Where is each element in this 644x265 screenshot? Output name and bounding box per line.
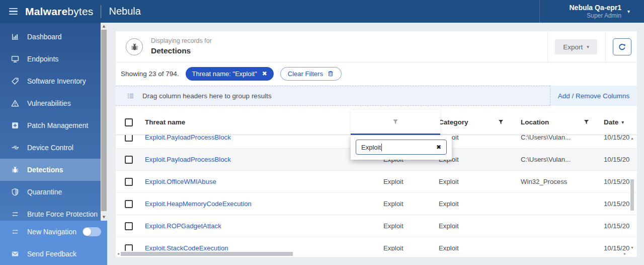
remove-filter-icon[interactable]: ✖ <box>262 70 267 77</box>
chevron-down-icon: ▾ <box>587 44 589 49</box>
column-header-location[interactable]: Location <box>511 118 596 126</box>
sidebar-item-dashboard[interactable]: Dashboard <box>0 26 101 48</box>
column-header-date[interactable]: Date ▾ <box>596 118 637 126</box>
menu-icon[interactable] <box>9 7 18 16</box>
bug-icon <box>11 166 19 174</box>
sidebar-footer: New Navigation Send Feedback <box>0 221 107 265</box>
swap-arrows-icon <box>11 210 19 218</box>
table-row: Exploit.HeapMemoryCodeExecution Exploit … <box>116 193 637 215</box>
account-menu[interactable]: Nebula Qa-epr1 Super Admin ▾ <box>540 0 644 23</box>
table-horizontal-scrollbar: ◂ ▸ <box>116 251 630 257</box>
detections-bug-icon <box>126 38 143 55</box>
threat-name-link[interactable]: Exploit.PayloadProcessBlock <box>144 156 375 163</box>
card-header: Displaying records for Detections Export… <box>116 31 637 62</box>
header-divider <box>605 31 606 62</box>
sidebar-item-quarantine[interactable]: Quarantine <box>0 181 101 203</box>
detections-card: Displaying records for Detections Export… <box>116 31 637 257</box>
chevron-down-icon: ▾ <box>627 9 630 14</box>
logo-text-bold: Malware <box>25 6 67 17</box>
sidebar-scrollbar: ▲ ▼ <box>101 23 107 221</box>
scroll-down-arrow-icon[interactable]: ▾ <box>630 245 634 250</box>
refresh-button[interactable] <box>613 38 631 55</box>
scroll-right-arrow-icon[interactable]: ▸ <box>624 251 626 257</box>
table-vertical-scrollbar: ▴ ▾ <box>630 135 634 251</box>
clear-filters-button[interactable]: Clear Filters <box>280 67 342 81</box>
scroll-down-arrow-icon[interactable]: ▼ <box>101 215 107 220</box>
sidebar-item-brute-force-protection[interactable]: Brute Force Protection <box>0 203 101 221</box>
sidebar-item-vulnerabilities[interactable]: Vulnerabilities <box>0 92 101 114</box>
page-title: Detections <box>151 46 191 55</box>
shield-icon <box>11 188 19 196</box>
threat-name-link[interactable]: Exploit.PayloadProcessBlock <box>144 135 375 141</box>
table-row: Exploit.OfficeWMIAbuse Exploit Exploit W… <box>116 171 637 193</box>
row-checkbox[interactable] <box>125 222 133 230</box>
sidebar-item-send-feedback[interactable]: Send Feedback <box>0 243 107 265</box>
group-drop-zone[interactable]: Drag column headers here to group result… <box>116 86 550 106</box>
threat-name-filter-chip[interactable]: Threat name: "Exploit" ✖ <box>186 67 274 81</box>
scroll-up-arrow-icon[interactable]: ▴ <box>630 136 634 141</box>
filter-popup-body: Exploit ✖ <box>351 135 452 160</box>
showing-count: Showing 23 of 794. <box>121 70 179 78</box>
product-name: Nebula <box>109 6 140 17</box>
sidebar-item-new-navigation[interactable]: New Navigation <box>0 221 107 243</box>
threat-name-link[interactable]: Exploit.OfficeWMIAbuse <box>144 178 375 185</box>
sort-desc-icon: ▾ <box>621 119 624 125</box>
select-all-cell <box>116 118 144 126</box>
row-checkbox[interactable] <box>125 135 133 142</box>
monitor-icon <box>11 55 19 63</box>
trash-icon <box>327 70 334 77</box>
filter-funnel-icon[interactable] <box>498 119 504 125</box>
row-checkbox[interactable] <box>125 178 133 186</box>
select-all-checkbox[interactable] <box>125 118 133 126</box>
sidebar-item-endpoints[interactable]: Endpoints <box>0 48 101 70</box>
threat-name-link[interactable]: Exploit.HeapMemoryCodeExecution <box>144 200 375 208</box>
group-list-icon <box>127 92 134 100</box>
sidebar-item-detections[interactable]: Detections <box>0 159 101 181</box>
clear-input-icon[interactable]: ✖ <box>436 144 441 151</box>
usb-icon <box>11 144 19 152</box>
toggle-knob <box>83 228 91 236</box>
filter-popup-anchor[interactable] <box>351 110 440 135</box>
group-hint-text: Drag column headers here to group result… <box>142 92 272 100</box>
main-content: Displaying records for Detections Export… <box>107 23 644 265</box>
logo-text-light: bytes <box>67 6 93 17</box>
row-checkbox[interactable] <box>125 156 133 164</box>
account-role: Super Admin <box>569 12 621 19</box>
row-checkbox[interactable] <box>125 244 133 251</box>
warning-triangle-icon <box>11 99 19 107</box>
sidebar-item-software-inventory[interactable]: Software Inventory <box>0 70 101 92</box>
filter-summary-row: Showing 23 of 794. Threat name: "Exploit… <box>116 62 637 85</box>
swap-arrows-icon <box>11 228 19 236</box>
threat-name-link[interactable]: Exploit.StackCodeExecution <box>144 244 375 251</box>
vertical-scrollbar-thumb[interactable] <box>630 179 634 211</box>
sidebar-item-device-control[interactable]: Device Control <box>0 137 101 159</box>
scroll-left-arrow-icon[interactable]: ◂ <box>117 251 119 257</box>
top-bar: Malwarebytes Nebula Nebula Qa-epr1 Super… <box>0 0 644 23</box>
filter-input-value: Exploit <box>361 144 381 151</box>
account-name: Nebula Qa-epr1 <box>569 4 621 12</box>
plus-square-icon <box>11 121 19 129</box>
sidebar-item-patch-management[interactable]: Patch Management <box>0 114 101 137</box>
topbar-divider <box>101 5 101 18</box>
group-row: Drag column headers here to group result… <box>116 86 637 106</box>
column-header-threat-name[interactable]: Threat name <box>144 118 375 126</box>
bar-chart-icon <box>11 33 19 41</box>
new-navigation-toggle[interactable] <box>83 227 101 236</box>
envelope-icon <box>11 250 19 258</box>
refresh-icon <box>618 43 626 51</box>
column-header-category[interactable]: Category <box>433 118 511 126</box>
filter-input[interactable]: Exploit ✖ <box>356 140 447 155</box>
horizontal-scrollbar-thumb[interactable] <box>121 252 293 256</box>
column-filter-popup: Exploit ✖ <box>351 110 440 135</box>
filter-funnel-icon[interactable] <box>583 119 590 125</box>
text-cursor <box>381 144 382 151</box>
tag-icon <box>11 77 19 85</box>
add-remove-columns-button[interactable]: Add / Remove Columns <box>550 86 637 106</box>
sidebar-scrollbar-thumb[interactable] <box>101 30 107 211</box>
page-subtitle: Displaying records for <box>151 37 212 44</box>
malwarebytes-logo: Malwarebytes <box>25 6 93 18</box>
scroll-up-arrow-icon[interactable]: ▲ <box>101 24 107 29</box>
threat-name-link[interactable]: Exploit.ROPGadgetAttack <box>144 222 375 230</box>
export-button[interactable]: Export ▾ <box>555 39 597 54</box>
row-checkbox[interactable] <box>125 200 133 208</box>
